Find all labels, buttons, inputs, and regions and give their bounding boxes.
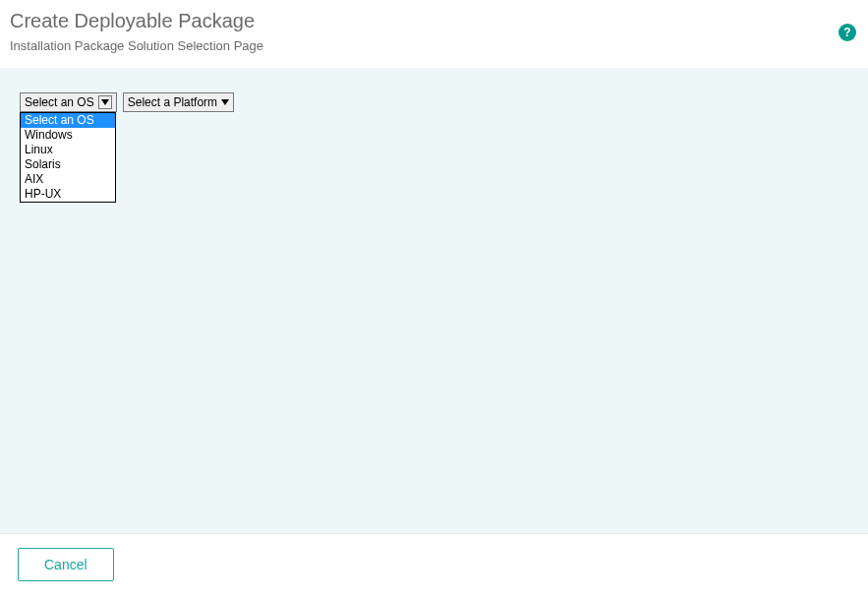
os-option-linux[interactable]: Linux [21, 143, 115, 157]
help-icon[interactable]: ? [839, 24, 856, 41]
os-select-listbox[interactable]: Select an OS Windows Linux Solaris AIX H… [20, 112, 116, 203]
svg-marker-1 [221, 99, 229, 105]
os-select-label: Select an OS [25, 95, 94, 109]
cancel-button[interactable]: Cancel [18, 548, 114, 581]
platform-select-label: Select a Platform [128, 95, 217, 109]
os-option-solaris[interactable]: Solaris [21, 157, 115, 172]
chevron-down-icon [98, 95, 112, 109]
os-select[interactable]: Select an OS [20, 92, 117, 112]
os-option-select-an-os[interactable]: Select an OS [21, 113, 115, 128]
content-panel: Select an OS Select an OS Windows Linux … [0, 69, 868, 533]
page-footer: Cancel [0, 533, 868, 599]
os-option-hp-ux[interactable]: HP-UX [21, 187, 115, 202]
page-title: Create Deployable Package [10, 10, 858, 32]
page-subtitle: Installation Package Solution Selection … [10, 38, 858, 53]
os-option-windows[interactable]: Windows [21, 128, 115, 143]
os-option-aix[interactable]: AIX [21, 172, 115, 187]
platform-select[interactable]: Select a Platform [123, 92, 234, 112]
chevron-down-icon [221, 99, 229, 105]
page-header: Create Deployable Package Installation P… [0, 0, 868, 69]
svg-marker-0 [101, 99, 109, 105]
